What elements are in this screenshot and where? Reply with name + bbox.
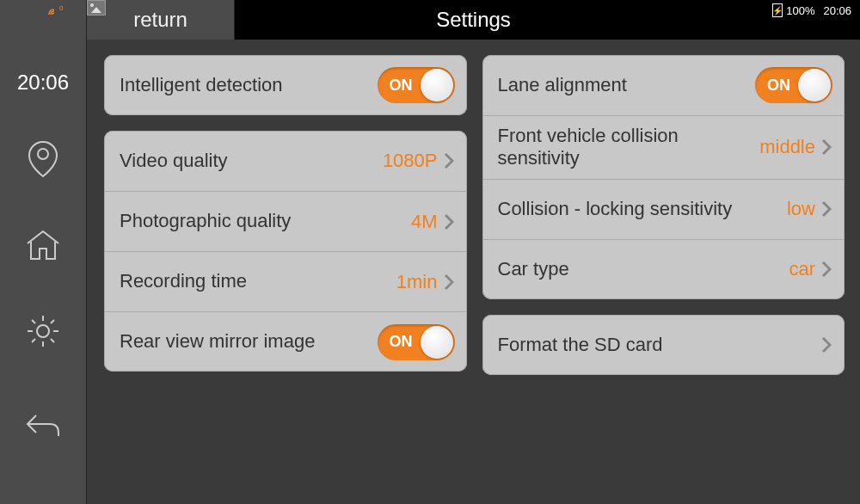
toggle-knob (421, 326, 453, 359)
label-front-collision: Front vehicle collision sensitivity (498, 125, 760, 170)
page-title: Settings (436, 8, 511, 32)
topbar: return Settings ⚡ 100% 20:06 (87, 0, 860, 40)
picture-icon (87, 0, 106, 15)
chevron-right-icon (820, 335, 832, 355)
svg-point-1 (37, 325, 49, 337)
toggle-knob (798, 69, 831, 101)
chevron-right-icon (443, 272, 455, 292)
value-recording-time: 1min (396, 271, 438, 293)
value-photo-quality: 4M (411, 211, 438, 233)
label-intelligent-detection: Intelligent detection (120, 74, 378, 96)
chevron-right-icon (820, 199, 832, 219)
location-icon[interactable] (22, 138, 64, 181)
row-front-collision[interactable]: Front vehicle collision sensitivity midd… (482, 115, 845, 179)
row-video-quality[interactable]: Video quality 1080P (104, 131, 467, 191)
label-format-sd: Format the SD card (498, 334, 821, 356)
row-intelligent-detection[interactable]: Intelligent detection ON (104, 55, 467, 115)
status-bar: ⚡ 100% 20:06 (772, 3, 851, 17)
return-label: return (133, 8, 187, 32)
label-photo-quality: Photographic quality (120, 210, 411, 232)
svg-point-0 (38, 149, 48, 159)
toggle-state: ON (390, 77, 413, 95)
chevron-right-icon (820, 137, 832, 157)
row-lane-alignment[interactable]: Lane alignment ON (482, 55, 845, 115)
value-collision-lock: low (787, 198, 815, 220)
battery-icon: ⚡ (772, 3, 783, 17)
main-area: return Settings ⚡ 100% 20:06 Intelligent… (86, 0, 860, 504)
label-car-type: Car type (498, 258, 789, 280)
panel-intelligent-detection: Intelligent detection ON (104, 55, 467, 115)
chevron-right-icon (443, 212, 455, 232)
toggle-intelligent-detection[interactable]: ON (378, 67, 455, 103)
sidebar: 0 20:06 (0, 0, 86, 504)
panel-format-sd: Format the SD card (482, 315, 845, 375)
row-format-sd[interactable]: Format the SD card (482, 315, 845, 375)
label-collision-lock: Collision - locking sensitivity (498, 198, 787, 220)
panel-video-settings: Video quality 1080P Photographic quality… (104, 131, 467, 372)
settings-content: Intelligent detection ON Video quality 1… (87, 40, 860, 504)
row-car-type[interactable]: Car type car (482, 239, 845, 299)
settings-column-left: Intelligent detection ON Video quality 1… (104, 55, 467, 489)
row-photo-quality[interactable]: Photographic quality 4M (104, 191, 467, 251)
value-video-quality: 1080P (383, 150, 438, 172)
toggle-lane-alignment[interactable]: ON (755, 67, 832, 103)
value-front-collision: middle (759, 136, 815, 158)
gear-icon[interactable] (22, 310, 64, 353)
value-car-type: car (789, 258, 815, 280)
label-video-quality: Video quality (120, 150, 383, 172)
chevron-right-icon (443, 151, 455, 171)
settings-column-right: Lane alignment ON Front vehicle collisio… (482, 55, 845, 489)
row-collision-lock[interactable]: Collision - locking sensitivity low (482, 179, 845, 239)
toggle-state: ON (390, 333, 413, 351)
home-icon[interactable] (22, 224, 64, 267)
toggle-rear-view[interactable]: ON (378, 324, 455, 360)
label-recording-time: Recording time (120, 270, 396, 292)
signal-icon: 0 (47, 4, 63, 19)
row-rear-view[interactable]: Rear view mirror image ON (104, 311, 467, 372)
return-button[interactable]: return (87, 0, 235, 40)
label-lane-alignment: Lane alignment (498, 74, 756, 96)
toggle-state: ON (767, 77, 790, 95)
status-time: 20:06 (823, 4, 851, 17)
battery-percent: 100% (786, 4, 814, 17)
back-icon[interactable] (22, 404, 64, 447)
toggle-knob (421, 69, 453, 101)
panel-driving-assist: Lane alignment ON Front vehicle collisio… (482, 55, 845, 299)
chevron-right-icon (820, 259, 832, 280)
row-recording-time[interactable]: Recording time 1min (104, 251, 467, 311)
sidebar-clock: 20:06 (17, 71, 69, 95)
label-rear-view: Rear view mirror image (120, 330, 378, 353)
